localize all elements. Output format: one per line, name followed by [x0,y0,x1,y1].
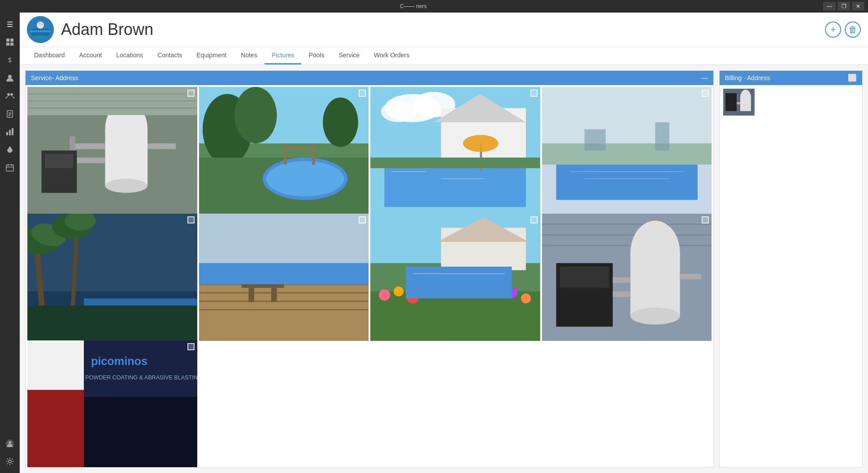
svg-point-67 [463,135,499,152]
svg-point-51 [266,161,343,197]
svg-rect-1 [10,39,13,42]
title-bar-controls: — ❐ ✕ [823,2,864,11]
sidebar-settings-icon[interactable] [2,453,18,469]
sidebar-person-icon[interactable] [2,70,18,86]
tab-workorders[interactable]: Work Orders [367,47,417,64]
svg-rect-129 [84,397,197,467]
svg-rect-94 [199,263,369,284]
sidebar-calendar-icon[interactable] [2,159,18,176]
billing-panel-expand[interactable]: ⬜ [848,74,857,82]
avatar [27,16,54,43]
billing-panel-header: Billing - Address ⬜ [720,71,862,85]
tab-dashboard[interactable]: Dashboard [27,47,72,64]
svg-rect-76 [655,122,669,150]
photo-item[interactable] [542,214,712,341]
tab-notes[interactable]: Notes [234,47,265,64]
svg-rect-86 [27,305,197,341]
svg-text:$: $ [8,56,12,64]
photo-checkbox[interactable] [702,90,709,97]
photo-checkbox[interactable] [187,343,195,350]
add-button[interactable]: + [825,22,841,38]
sidebar-dashboard-icon[interactable] [2,34,18,50]
tab-pictures[interactable]: Pictures [265,47,302,64]
svg-rect-88 [199,214,369,263]
sidebar-chart-icon[interactable] [2,124,18,140]
svg-rect-12 [6,132,8,135]
photo-checkbox[interactable] [530,90,538,97]
svg-rect-125 [27,340,84,390]
svg-rect-75 [584,129,605,150]
svg-rect-72 [556,164,697,200]
billing-photo-item[interactable] [723,89,755,116]
photo-item[interactable] [542,87,712,214]
svg-rect-52 [284,143,286,164]
svg-rect-53 [312,143,315,164]
svg-rect-95 [241,284,284,288]
tab-equipment[interactable]: Equipment [189,47,234,64]
svg-rect-28 [40,23,44,25]
tab-service[interactable]: Service [331,47,367,64]
svg-rect-108 [406,267,512,298]
photo-item[interactable] [199,87,369,214]
svg-rect-2 [6,43,9,46]
svg-rect-63 [385,164,526,207]
svg-rect-27 [39,22,40,25]
svg-rect-134 [737,102,740,104]
photo-checkbox[interactable] [187,90,195,97]
delete-button[interactable]: 🗑 [845,22,861,38]
svg-rect-39 [45,154,73,168]
svg-rect-71 [542,143,712,164]
minimize-button[interactable]: — [823,2,836,11]
sidebar-billing-icon[interactable]: $ [2,52,18,68]
svg-rect-96 [248,288,254,302]
photo-item[interactable] [27,214,197,341]
photo-item[interactable] [27,87,197,214]
svg-rect-116 [630,253,680,316]
sidebar-profile-icon[interactable] [2,435,18,452]
photo-checkbox[interactable] [359,90,366,97]
svg-rect-25 [30,30,50,32]
photo-item[interactable] [370,214,540,341]
title-bar-text: C—— ners [4,3,823,9]
app-container: ☰ $ [0,13,868,473]
sidebar-clipboard-icon[interactable] [2,106,18,122]
svg-rect-97 [271,288,277,302]
photo-item[interactable]: picominos POWDER COATING & ABRASIVE BLAS… [27,340,197,467]
svg-point-117 [630,308,680,325]
svg-rect-120 [612,277,630,283]
sidebar-drop-icon[interactable] [2,142,18,158]
main-content: Adam Brown + 🗑 Dashboard Account Locatio… [20,13,868,473]
svg-point-7 [10,93,13,96]
sidebar-menu-icon[interactable]: ☰ [2,16,18,32]
tab-locations[interactable]: Locations [109,47,150,64]
photo-checkbox[interactable] [359,216,366,224]
photo-checkbox[interactable] [702,216,709,224]
tab-contacts[interactable]: Contacts [150,47,189,64]
svg-rect-13 [9,130,11,135]
svg-rect-14 [12,128,13,135]
svg-point-48 [322,98,358,147]
svg-point-33 [105,179,148,193]
photo-item[interactable] [370,87,540,214]
photo-checkbox[interactable] [187,216,195,224]
svg-rect-0 [6,39,9,42]
svg-rect-54 [284,147,315,149]
svg-rect-122 [680,274,701,280]
svg-point-6 [7,93,10,96]
photo-item[interactable] [199,214,369,341]
svg-point-103 [379,289,390,301]
svg-rect-15 [6,165,13,171]
service-panel-title: Service- Address [31,74,78,82]
tab-pools[interactable]: Pools [301,47,331,64]
tab-account[interactable]: Account [72,47,109,64]
svg-point-47 [234,87,277,143]
content-area: Service- Address — [20,65,868,473]
sidebar-team-icon[interactable] [2,88,18,104]
photo-checkbox[interactable] [530,216,538,224]
svg-text:picominos: picominos [91,355,148,367]
billing-photo-grid [720,85,862,467]
maximize-button[interactable]: ❐ [838,2,850,11]
svg-rect-119 [560,267,609,288]
service-panel-minimize[interactable]: — [701,74,708,82]
close-button[interactable]: ✕ [852,2,864,11]
